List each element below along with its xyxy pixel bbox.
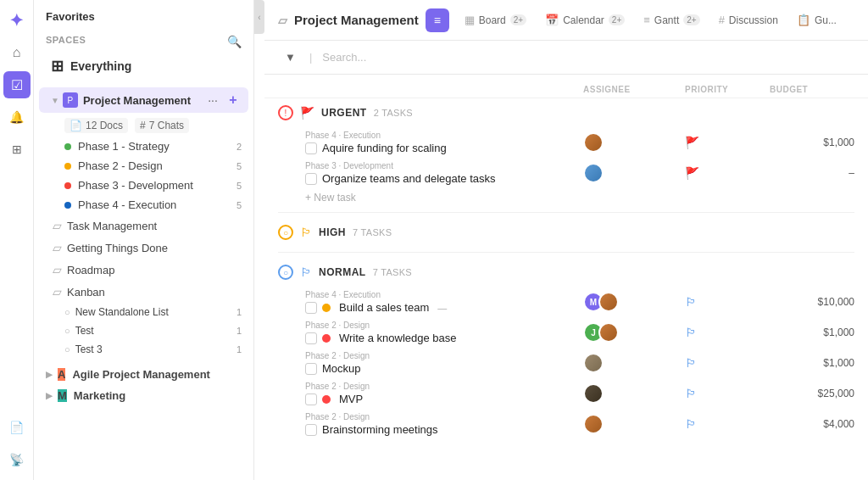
avatar <box>583 163 604 183</box>
section-urgent[interactable]: ! 🚩 URGENT 2 TASKS <box>264 98 868 127</box>
standalone-dot: ○ <box>64 307 70 317</box>
pm-expand-arrow[interactable]: ▼ <box>51 96 59 105</box>
top-bar: ▱ Project Management ≡ ▦ Board 2+ 📅 Cale… <box>264 0 868 41</box>
chats-badge[interactable]: # 7 Chats <box>135 118 189 133</box>
home-icon[interactable]: ⌂ <box>3 39 31 66</box>
standalone-test[interactable]: ○ Test 1 <box>34 321 253 340</box>
folder-getting-things-done[interactable]: ▱ Getting Things Done <box>34 237 253 259</box>
tab-board[interactable]: ▦ Board 2+ <box>456 8 535 31</box>
pm-icon: P <box>63 92 78 108</box>
high-flag-icon: 🏳 <box>300 226 312 239</box>
main-content: ▱ Project Management ≡ ▦ Board 2+ 📅 Cale… <box>264 0 868 480</box>
marketing-space[interactable]: ▶ M Marketing <box>34 385 253 406</box>
task-assignee-7 <box>583 414 685 434</box>
logo-icon[interactable]: ✦ <box>3 7 31 34</box>
task-checkbox-5[interactable] <box>305 363 317 375</box>
table-row[interactable]: Phase 2 · Design MVP 🏳 $25,000 <box>264 378 868 409</box>
active-tab-icon[interactable]: ≡ <box>426 8 449 32</box>
project-management-space[interactable]: ▼ P Project Management ··· + <box>39 87 248 113</box>
everything-item[interactable]: ⊞ Everything <box>39 52 248 81</box>
task-status-dot <box>322 304 331 312</box>
priority-flag-icon-7: 🏳 <box>685 417 697 431</box>
table-row[interactable]: Phase 2 · Design Write a knowledge base … <box>264 317 868 348</box>
phase-development[interactable]: Phase 3 - Development 5 <box>34 176 253 195</box>
avatar-group-4: J <box>583 322 619 343</box>
folder-task-management[interactable]: ▱ Task Management <box>34 215 253 237</box>
new-task-button-urgent[interactable]: + New task <box>264 188 868 207</box>
pm-more-icon[interactable]: ··· <box>204 92 221 109</box>
task-budget-7: $4,000 <box>770 418 854 430</box>
standalone-new-list[interactable]: ○ New Standalone List 1 <box>34 303 253 321</box>
phase-execution[interactable]: Phase 4 - Execution 5 <box>34 195 253 215</box>
standalone-test3[interactable]: ○ Test 3 1 <box>34 340 253 359</box>
search-spaces-icon[interactable]: 🔍 <box>227 35 242 48</box>
tab-gantt[interactable]: ≡ Gantt 2+ <box>635 8 708 31</box>
pm-add-icon[interactable]: + <box>225 92 242 109</box>
docs-badge[interactable]: 📄 12 Docs <box>64 118 128 133</box>
tab-discussion[interactable]: # Discussion <box>710 8 787 31</box>
table-row[interactable]: Phase 4 · Execution Build a sales team —… <box>264 287 868 317</box>
phase-dot-execution <box>64 202 71 209</box>
task-checkbox-3[interactable] <box>305 302 317 314</box>
normal-status-icon: ○ <box>278 265 293 280</box>
priority-flag-icon-4: 🏳 <box>685 326 697 339</box>
task-checkbox-6[interactable] <box>305 393 317 405</box>
avatar-group-6 <box>583 383 604 404</box>
filter-icon: ▼ <box>285 51 296 64</box>
sidebar-collapse-handle[interactable]: ‹ <box>254 0 264 34</box>
tab-calendar[interactable]: 📅 Calendar 2+ <box>537 8 633 31</box>
folder-icon: ▱ <box>53 219 62 232</box>
tab-gu[interactable]: 📋 Gu... <box>788 8 845 31</box>
priority-flag-icon: 🚩 <box>685 136 699 149</box>
section-divider-1 <box>278 212 854 213</box>
gantt-icon: ≡ <box>643 14 650 26</box>
col-task <box>305 85 583 94</box>
section-high[interactable]: ○ 🏳 HIGH 7 TASKS <box>264 218 868 247</box>
task-checkbox-7[interactable] <box>305 424 317 436</box>
task-budget-2: – <box>770 167 854 179</box>
section-normal[interactable]: ○ 🏳 NORMAL 7 TASKS <box>264 258 868 287</box>
search-input[interactable] <box>319 47 854 67</box>
agile-space[interactable]: ▶ A Agile Project Management <box>34 364 253 385</box>
chat-small-icon: # <box>140 120 146 131</box>
avatar-group-3: M <box>583 292 619 312</box>
wifi-icon[interactable]: 📡 <box>3 446 31 473</box>
task-checkbox-4[interactable] <box>305 332 317 344</box>
table-row[interactable]: Phase 2 · Design Brainstorming meetings … <box>264 409 868 439</box>
table-row[interactable]: Phase 4 · Execution Aquire funding for s… <box>264 127 868 158</box>
task-budget-1: $1,000 <box>770 137 854 148</box>
toolbar-divider: | <box>309 51 312 64</box>
favorites-label: Favorites <box>46 10 95 23</box>
task-assignee-2 <box>583 163 685 183</box>
bell-icon[interactable]: 🔔 <box>3 103 31 131</box>
task-budget-4: $1,000 <box>770 327 854 338</box>
table-row[interactable]: Phase 3 · Development Organize teams and… <box>264 158 868 188</box>
board-icon: ▦ <box>465 14 475 26</box>
priority-flag-icon-2: 🚩 <box>685 166 699 180</box>
tasks-icon[interactable]: ☑ <box>3 71 31 98</box>
phase-strategy[interactable]: Phase 1 - Strategy 2 <box>34 137 253 156</box>
grid-icon[interactable]: ⊞ <box>3 136 31 163</box>
folder-roadmap[interactable]: ▱ Roadmap <box>34 259 253 281</box>
task-status-dot-3 <box>322 395 331 404</box>
priority-flag-icon-3: 🏳 <box>685 295 697 309</box>
filter-button[interactable]: ▼ <box>278 47 303 67</box>
phase-design[interactable]: Phase 2 - Design 5 <box>34 156 253 176</box>
standalone-dot-test3: ○ <box>64 344 70 354</box>
task-checkbox-1[interactable] <box>305 142 317 154</box>
task-priority-2: 🚩 <box>685 166 770 180</box>
column-headers: Assignee Priority Budget <box>264 81 868 98</box>
priority-flag-icon-5: 🏳 <box>685 356 697 370</box>
doc-icon[interactable]: 📄 <box>3 414 31 441</box>
phase-dot-strategy <box>64 143 71 150</box>
task-checkbox-2[interactable] <box>305 173 317 185</box>
task-left-7: Phase 2 · Design Brainstorming meetings <box>278 412 583 436</box>
folder-kanban[interactable]: ▱ Kanban <box>34 281 253 303</box>
col-budget: Budget <box>770 85 854 94</box>
table-row[interactable]: Phase 2 · Design Mockup 🏳 $1,000 <box>264 348 868 378</box>
urgent-flag-icon: 🚩 <box>300 106 314 120</box>
avatar <box>583 383 604 404</box>
gu-icon: 📋 <box>797 14 810 26</box>
task-priority-1: 🚩 <box>685 136 770 149</box>
avatar <box>583 132 604 153</box>
